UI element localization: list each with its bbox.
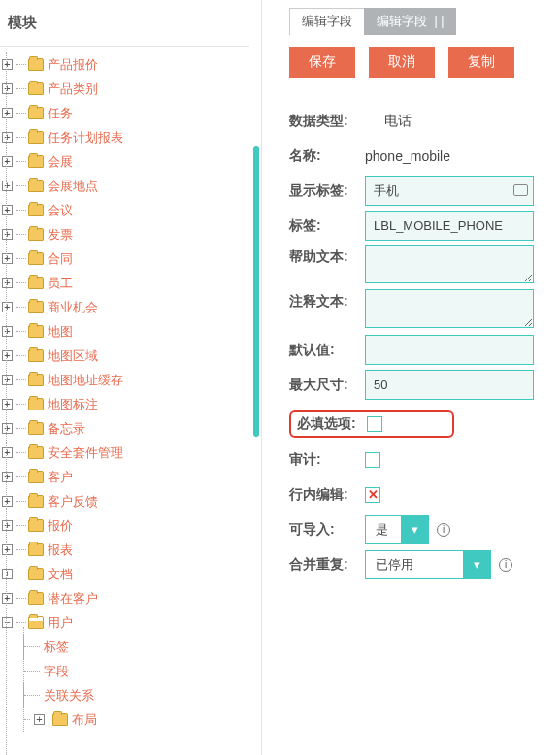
tree-node[interactable]: +合同: [2, 246, 249, 271]
tree-label[interactable]: 客户反馈: [48, 489, 98, 513]
tab-inactive[interactable]: 编辑字段: [289, 8, 364, 35]
chevron-down-icon[interactable]: ▾: [401, 516, 428, 543]
expand-icon[interactable]: +: [2, 108, 13, 118]
expand-icon[interactable]: +: [2, 83, 13, 94]
tree-child[interactable]: 标签: [2, 635, 249, 659]
tree-node[interactable]: +地图地址缓存: [2, 368, 249, 392]
expand-icon[interactable]: +: [2, 399, 13, 410]
tree-label[interactable]: 产品报价: [48, 52, 98, 77]
tree-child[interactable]: 字段: [2, 659, 249, 683]
tree-label[interactable]: 关联关系: [44, 683, 94, 707]
tree-node[interactable]: +地图区域: [2, 344, 249, 368]
tree-label[interactable]: 产品类别: [48, 77, 98, 101]
tree-label[interactable]: 报价: [48, 513, 73, 538]
expand-icon[interactable]: +: [2, 205, 13, 215]
tree-label[interactable]: 布局: [72, 707, 97, 732]
tree-label[interactable]: 标签: [44, 635, 69, 659]
tree-node[interactable]: +文档: [2, 562, 249, 586]
tree-node[interactable]: +报表: [2, 538, 249, 562]
tree-node[interactable]: +安全套件管理: [2, 441, 249, 465]
input-display-label[interactable]: [365, 176, 534, 206]
tree-node[interactable]: +产品报价: [2, 52, 249, 77]
tree-label[interactable]: 发票: [48, 222, 73, 246]
input-comment[interactable]: [365, 289, 534, 328]
select-merge[interactable]: 已停用 ▾: [365, 550, 491, 579]
tree-label[interactable]: 会展: [48, 149, 73, 174]
tree-node[interactable]: +会展地点: [2, 174, 249, 198]
expand-icon[interactable]: +: [2, 253, 13, 264]
tree-label[interactable]: 地图标注: [48, 392, 98, 416]
expand-icon[interactable]: +: [2, 423, 13, 434]
input-label[interactable]: [365, 211, 534, 241]
tree-label[interactable]: 会议: [48, 198, 73, 222]
tree-label[interactable]: 报表: [48, 538, 73, 562]
expand-icon[interactable]: +: [2, 472, 13, 482]
checkbox-audit[interactable]: [365, 452, 380, 468]
tree-label[interactable]: 安全套件管理: [48, 441, 123, 465]
tree-node[interactable]: +客户: [2, 465, 249, 489]
select-importable[interactable]: 是 ▾: [365, 515, 429, 544]
expand-icon[interactable]: +: [2, 302, 13, 312]
collapse-icon[interactable]: −: [2, 617, 13, 628]
tree-node[interactable]: +发票: [2, 222, 249, 246]
expand-icon[interactable]: +: [2, 569, 13, 579]
tree-node[interactable]: +产品类别: [2, 77, 249, 101]
tree-node[interactable]: +商业机会: [2, 295, 249, 319]
expand-icon[interactable]: +: [2, 496, 13, 507]
tree-node[interactable]: +备忘录: [2, 416, 249, 441]
expand-icon[interactable]: +: [2, 278, 13, 288]
tree-label[interactable]: 备忘录: [48, 416, 85, 441]
input-help[interactable]: [365, 245, 534, 283]
input-max[interactable]: [365, 370, 534, 400]
tree-label[interactable]: 会展地点: [48, 174, 98, 198]
expand-icon[interactable]: +: [2, 593, 13, 604]
tree-label[interactable]: 地图: [48, 319, 73, 344]
input-default[interactable]: [365, 335, 534, 365]
expand-icon[interactable]: +: [2, 229, 13, 240]
tree-node[interactable]: +任务计划报表: [2, 125, 249, 149]
expand-icon[interactable]: +: [2, 59, 13, 70]
tree-node[interactable]: +员工: [2, 271, 249, 295]
tree-label[interactable]: 任务: [48, 101, 73, 125]
expand-icon[interactable]: +: [2, 447, 13, 458]
tree-node[interactable]: +地图: [2, 319, 249, 344]
tree-label[interactable]: 用户: [48, 610, 73, 635]
expand-icon[interactable]: +: [2, 326, 13, 337]
tree-child[interactable]: 关联关系: [2, 683, 249, 707]
tree-node[interactable]: +会议: [2, 198, 249, 222]
tree-label[interactable]: 合同: [48, 246, 73, 271]
tree-node[interactable]: +会展: [2, 149, 249, 174]
expand-icon[interactable]: +: [2, 181, 13, 191]
expand-icon[interactable]: +: [2, 520, 13, 531]
tab-active[interactable]: 编辑字段 | |: [364, 8, 456, 35]
checkbox-inline[interactable]: ✕: [365, 487, 380, 503]
expand-icon[interactable]: +: [2, 375, 13, 385]
tree-label[interactable]: 字段: [44, 659, 69, 683]
expand-icon[interactable]: +: [2, 132, 13, 143]
expand-icon[interactable]: +: [2, 544, 13, 555]
tree-label[interactable]: 员工: [48, 271, 73, 295]
cancel-button[interactable]: 取消: [369, 47, 435, 78]
tree-node[interactable]: +潜在客户: [2, 586, 249, 610]
tree-child-layout[interactable]: +布局: [2, 707, 249, 732]
tree-node-users[interactable]: −用户: [2, 610, 249, 635]
checkbox-required[interactable]: [367, 416, 382, 432]
tree-label[interactable]: 地图地址缓存: [48, 368, 123, 392]
scrollbar-thumb[interactable]: [253, 146, 259, 437]
copy-button[interactable]: 复制: [448, 47, 514, 78]
info-icon[interactable]: i: [499, 558, 512, 572]
tree-label[interactable]: 商业机会: [48, 295, 98, 319]
tree-label[interactable]: 地图区域: [48, 344, 98, 368]
tree-node[interactable]: +客户反馈: [2, 489, 249, 513]
tree-node[interactable]: +报价: [2, 513, 249, 538]
expand-icon[interactable]: +: [2, 156, 13, 167]
tree-label[interactable]: 任务计划报表: [48, 125, 123, 149]
keyboard-icon[interactable]: [513, 184, 528, 196]
expand-icon[interactable]: +: [2, 350, 13, 361]
tree-label[interactable]: 潜在客户: [48, 586, 98, 610]
expand-icon[interactable]: +: [34, 714, 45, 725]
save-button[interactable]: 保存: [289, 47, 355, 78]
close-icon[interactable]: | |: [434, 15, 444, 28]
chevron-down-icon[interactable]: ▾: [463, 551, 490, 578]
tree-node[interactable]: +地图标注: [2, 392, 249, 416]
